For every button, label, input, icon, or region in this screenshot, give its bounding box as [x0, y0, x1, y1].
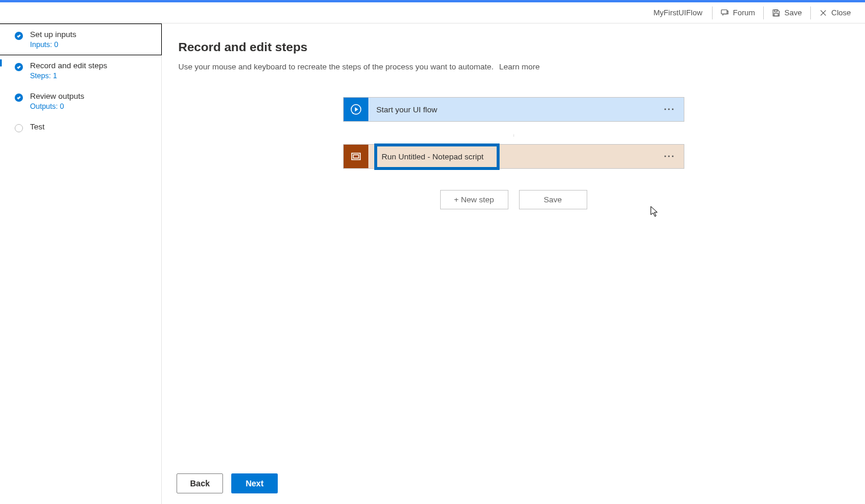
flow-step-label: Start your UI flow — [377, 105, 438, 114]
close-button[interactable]: Close — [813, 5, 857, 20]
sidebar-item-sub: Steps: 1 — [30, 72, 107, 80]
ellipsis-icon[interactable]: ··· — [664, 104, 675, 115]
new-step-button[interactable]: + New step — [440, 190, 508, 209]
sidebar-item-label: Set up inputs — [30, 30, 76, 39]
sidebar-item-test[interactable]: Test — [0, 116, 161, 138]
svg-rect-2 — [774, 13, 778, 15]
svg-rect-1 — [774, 9, 777, 12]
sidebar: Set up inputs Inputs: 0 Record and edit … — [0, 24, 162, 504]
page-title: Record and edit steps — [178, 40, 849, 54]
close-icon — [819, 9, 827, 17]
ellipsis-icon[interactable]: ··· — [664, 151, 675, 162]
forum-button[interactable]: Forum — [715, 5, 761, 20]
sidebar-item-review-outputs[interactable]: Review outputs Outputs: 0 — [0, 86, 161, 116]
window-icon — [344, 145, 368, 168]
cursor-icon — [650, 206, 660, 218]
close-label: Close — [831, 8, 851, 17]
sidebar-item-label: Review outputs — [30, 92, 84, 101]
sidebar-item-record-steps[interactable]: Record and edit steps Steps: 1 — [0, 55, 161, 86]
desc-text: Use your mouse and keyboard to recreate … — [178, 62, 494, 71]
save-icon — [772, 9, 780, 17]
save-label: Save — [784, 8, 802, 17]
flow-step-script[interactable]: Run Untitled - Notepad script ··· — [343, 144, 684, 169]
svg-rect-5 — [353, 155, 358, 158]
main-content: Record and edit steps Use your mouse and… — [162, 24, 865, 504]
forum-label: Forum — [733, 8, 756, 17]
sidebar-item-label: Test — [30, 122, 45, 131]
sidebar-item-label: Record and edit steps — [30, 61, 107, 70]
divider — [712, 6, 713, 19]
flow-name: MyFirstUIFlow — [654, 8, 703, 17]
learn-more-link[interactable]: Learn more — [499, 62, 540, 71]
canvas-save-button[interactable]: Save — [519, 190, 587, 209]
flow-step-start[interactable]: Start your UI flow ··· — [343, 97, 684, 122]
arrow-down-icon — [513, 124, 514, 142]
next-button[interactable]: Next — [231, 473, 277, 493]
sidebar-item-sub: Outputs: 0 — [30, 102, 84, 111]
check-icon — [15, 94, 23, 102]
back-button[interactable]: Back — [177, 473, 223, 493]
play-icon — [344, 98, 368, 121]
divider — [810, 6, 811, 19]
check-icon — [15, 32, 23, 40]
check-icon — [15, 63, 23, 71]
sidebar-item-sub: Inputs: 0 — [30, 41, 76, 49]
circle-icon — [15, 124, 23, 132]
header-bar: MyFirstUIFlow Forum Save Close — [0, 2, 865, 24]
canvas-actions: + New step Save — [440, 190, 587, 209]
flow-step-label: Run Untitled - Notepad script — [374, 143, 500, 170]
save-button[interactable]: Save — [766, 5, 808, 20]
footer-actions: Back Next — [177, 473, 278, 493]
sidebar-item-setup-inputs[interactable]: Set up inputs Inputs: 0 — [0, 24, 162, 55]
svg-rect-0 — [721, 9, 727, 14]
page-description: Use your mouse and keyboard to recreate … — [178, 62, 849, 71]
divider — [763, 6, 764, 19]
flow-canvas: Start your UI flow ··· Run — [178, 97, 849, 504]
chat-icon — [721, 9, 729, 17]
